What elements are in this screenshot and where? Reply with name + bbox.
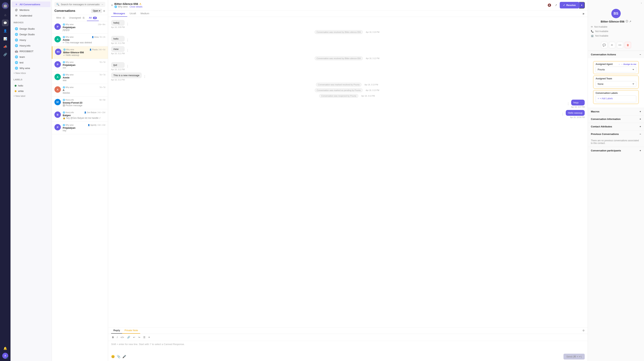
reports-nav-icon[interactable]: 📊 <box>2 35 9 42</box>
message-options-icon[interactable]: ⋮ <box>126 38 129 42</box>
edit-contact-button[interactable]: ✏ <box>609 42 615 48</box>
campaigns-nav-icon[interactable]: 📣 <box>2 43 9 50</box>
reply-settings-icon[interactable]: ⚙ <box>582 329 585 332</box>
notifications-icon[interactable]: 🔔 <box>2 345 9 352</box>
resolve-dropdown-button[interactable]: ▾ <box>579 2 585 8</box>
contact-attributes-header[interactable]: Contact Attributes + <box>588 123 644 130</box>
tab-mine[interactable]: Mine 0 <box>54 15 67 21</box>
chat-area: ≡ Bitter-Silence-556 ⚠ 🌐 Why wine Close … <box>108 0 588 361</box>
search-bar[interactable]: 🔍 → <box>54 2 105 7</box>
ordered-list-button[interactable]: ≡ <box>148 335 151 339</box>
new-label-button[interactable]: + New label <box>10 94 52 98</box>
message-options-icon[interactable]: ⋮ <box>126 64 129 68</box>
tab-messages[interactable]: Messages <box>111 10 127 17</box>
sidebar-item-why-wine[interactable]: 🌐 Why wine <box>12 65 50 71</box>
conversation-item[interactable]: A 🌐 Why wine 👤 Anna 7d • 1h Annie ↩ This… <box>52 34 108 46</box>
message-row: /new Apr 18, 3:11 PM ⋮ <box>111 46 585 55</box>
conversation-item[interactable]: P 🌐 Why wine 13d • 8m Pmjalalyan jhjhjhj… <box>52 21 108 34</box>
resolve-button[interactable]: ✓ Macros Resolve <box>560 2 579 8</box>
sidebar-item-design-studio-1[interactable]: 🌐 Design Studio <box>12 26 50 31</box>
reply-input[interactable] <box>108 341 588 352</box>
sidebar-item-hoory[interactable]: 🌐 Hoory <box>12 37 50 43</box>
message-options-icon[interactable]: ⋮ <box>126 49 129 52</box>
info-icon[interactable]: ⓘ <box>626 20 628 23</box>
message-options-icon[interactable]: ⋮ <box>126 22 129 26</box>
conversation-participants-header[interactable]: Conversation participants + <box>588 147 644 154</box>
send-button[interactable]: Send (⌘ + ↵) <box>564 354 585 360</box>
italic-button[interactable]: I <box>116 335 118 339</box>
team-select-dropdown[interactable]: None <box>596 81 636 87</box>
expand-tabs-icon[interactable]: ▶ <box>583 12 585 15</box>
undo-button[interactable]: ↩ <box>132 335 136 339</box>
conversations-title-row: Conversations Open ▾ ⚙ <box>54 9 105 13</box>
new-inbox-button[interactable]: + New inbox <box>10 71 52 75</box>
bubble-content: hello] <box>111 20 125 26</box>
tab-ucraft[interactable]: Ucraft <box>127 10 138 17</box>
add-labels-button[interactable]: + + Add Labels <box>598 97 634 100</box>
redo-button[interactable]: ↪ <box>137 335 141 339</box>
bold-button[interactable]: B <box>111 335 115 339</box>
chat-inbox-info: 🌐 Why wine Close details <box>114 5 142 8</box>
home-icon[interactable]: ⌂ <box>2 12 9 18</box>
tab-unassigned[interactable]: Unassigned 5 <box>67 15 87 21</box>
emoji-icon[interactable]: 😊 <box>111 355 115 358</box>
conversations-nav-icon[interactable]: 💬 <box>2 19 9 26</box>
tab-medium[interactable]: Medium <box>138 10 152 17</box>
sidebar-item-unattended[interactable]: ✉ Unattended <box>12 13 50 18</box>
conversation-item[interactable]: P 🌐 Why wine 7d • 7d Pmjalalyan xxx <box>52 59 108 71</box>
sidebar-item-test[interactable]: 🌐 test <box>12 60 50 65</box>
sidebar-item-mentions[interactable]: @ Mentions <box>12 7 50 13</box>
message-options-icon[interactable]: ⋮ <box>143 75 146 78</box>
right-panel-close-icon[interactable]: › <box>641 1 642 4</box>
resolve-button-group: ✓ Macros Resolve ▾ <box>560 2 585 8</box>
code-button[interactable]: </> <box>120 335 125 339</box>
sidebar-item-all-conversations[interactable]: ≡ All Conversations <box>12 1 50 7</box>
sidebar-label-hello[interactable]: hello <box>12 83 50 88</box>
user-avatar[interactable]: A <box>2 353 8 359</box>
sidebar-item-design-studio-2[interactable]: 🌐 Design Studio <box>12 31 50 37</box>
macros-section[interactable]: Macros + <box>588 108 644 115</box>
conv-time: 9d • 9d <box>100 99 105 101</box>
conversation-item[interactable]: B 🌐 Hoory.info 👤 Gev Balyan 14d • 10d Ba… <box>52 109 108 122</box>
conversation-item[interactable]: A 🌐 Why wine 7d • 7d Annie aaa <box>52 71 108 84</box>
contacts-nav-icon[interactable]: 👤 <box>2 27 9 34</box>
message-options-icon[interactable]: ⋮ <box>561 112 564 116</box>
share-icon[interactable]: ↗ <box>554 3 558 8</box>
conversation-actions-header[interactable]: Conversation Actions − <box>588 51 644 58</box>
filter-icon[interactable]: ⚙ <box>103 9 105 12</box>
audio-icon[interactable]: 🎤 <box>122 355 126 358</box>
reply-tabs: Reply Private Note ⚙ <box>108 328 588 334</box>
conv-time: 13d • 8m <box>98 23 105 25</box>
reply-footer: 😊 📎 🎤 Send (⌘ + ↵) <box>108 352 588 361</box>
delete-contact-button[interactable]: 🗑 <box>625 42 631 48</box>
assign-to-me-link[interactable]: → → Assign to me <box>618 63 636 65</box>
conversation-information-header[interactable]: Conversation Information + <box>588 115 644 123</box>
tab-private-note[interactable]: Private Note <box>122 328 140 334</box>
link-button[interactable]: 🔗 <box>126 335 131 339</box>
sidebar-label-white[interactable]: white <box>12 88 50 94</box>
conversation-item[interactable]: P 🌐 Why wine 👤 Agently 13d • 13d Pmjalal… <box>52 122 108 134</box>
mute-icon[interactable]: 🔇 <box>547 3 552 8</box>
new-conversation-button[interactable]: 💬 <box>601 42 608 48</box>
hamburger-icon[interactable]: ≡ <box>111 3 113 7</box>
merge-contact-button[interactable]: >> <box>617 42 623 48</box>
conversation-item[interactable]: A 🌐 Why wine 7d • 7d A dasdas <box>52 84 108 97</box>
conversation-item-active[interactable]: BS 🌐 Why wine 👤 Pouria 14d • 6d Bitter-S… <box>52 46 108 59</box>
conversation-item[interactable]: SF 🌐 Hoory.info 9d • 9d Snowy-Forest-23 … <box>52 97 108 109</box>
bubble-content: Hello wassup <box>566 110 585 116</box>
external-link-icon[interactable]: ↗ <box>629 20 631 23</box>
previous-conversations-header[interactable]: Previous Conversations − <box>588 130 644 138</box>
sidebar-item-rroobbot[interactable]: 🤖 RROOBBOT <box>12 48 50 54</box>
close-details-link[interactable]: Close details <box>130 5 142 8</box>
status-filter-dropdown[interactable]: Open ▾ <box>91 9 102 13</box>
sidebar-item-hoory-info[interactable]: 🌐 Hoory.info <box>12 43 50 48</box>
sidebar-item-team[interactable]: 🌐 team <box>12 54 50 60</box>
message-options-icon[interactable]: ⋮ <box>567 102 570 106</box>
search-input[interactable] <box>61 3 100 6</box>
tab-all[interactable]: All 10 <box>87 15 99 21</box>
agent-select-dropdown[interactable]: Pouria <box>596 67 636 72</box>
tab-reply[interactable]: Reply <box>111 328 122 334</box>
attachment-icon[interactable]: 📎 <box>117 355 120 358</box>
integrations-nav-icon[interactable]: 🔗 <box>2 51 9 58</box>
list-button[interactable]: ☰ <box>142 335 146 339</box>
